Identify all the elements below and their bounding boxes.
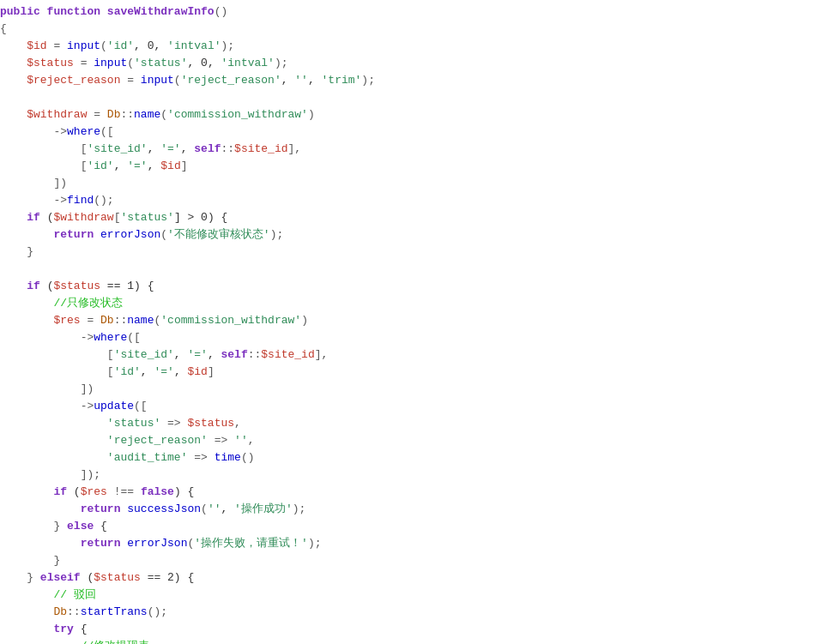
code-line: // 驳回 [0, 587, 828, 604]
code-line: return errorJson('不能修改审核状态'); [0, 226, 828, 244]
code-line: 'status' => $status, [0, 415, 828, 432]
code-line: $status = input('status', 0, 'intval'); [0, 55, 828, 72]
code-line: 'audit_time' => time() [0, 449, 828, 466]
code-line: if ($withdraw['status'] > 0) { [0, 209, 828, 226]
code-line: if ($res !== false) { [0, 484, 828, 501]
code-line: $id = input('id', 0, 'intval'); [0, 38, 828, 55]
code-line: try { [0, 621, 828, 638]
code-line: ]) [0, 381, 828, 398]
code-line [0, 89, 828, 106]
code-line [0, 261, 828, 278]
code-line: ['id', '=', $id] [0, 364, 828, 381]
code-line: $res = Db::name('commission_withdraw') [0, 312, 828, 329]
code-line: ->where([ [0, 329, 828, 346]
code-line: ['id', '=', $id] [0, 158, 828, 175]
code-line: return errorJson('操作失败，请重试！'); [0, 535, 828, 552]
code-line: //只修改状态 [0, 295, 828, 312]
code-line: { [0, 21, 828, 38]
code-line: Db::startTrans(); [0, 604, 828, 621]
code-line: } [0, 244, 828, 261]
code-line: 'reject_reason' => '', [0, 432, 828, 449]
code-line: ->where([ [0, 123, 828, 141]
code-line: ]) [0, 175, 828, 192]
code-line: $reject_reason = input('reject_reason', … [0, 72, 828, 89]
code-line: ->find(); [0, 192, 828, 209]
code-line: $withdraw = Db::name('commission_withdra… [0, 106, 828, 123]
code-line: return successJson('', '操作成功'); [0, 501, 828, 518]
code-line: ]); [0, 466, 828, 484]
code-line: //修改提现表 [0, 638, 828, 644]
code-line: ->update([ [0, 398, 828, 415]
code-line: public function saveWithdrawInfo() [0, 3, 828, 21]
code-line: } elseif ($status == 2) { [0, 569, 828, 587]
code-line: if ($status == 1) { [0, 278, 828, 295]
code-line: ['site_id', '=', self::$site_id], [0, 346, 828, 364]
code-container: public function saveWithdrawInfo(){ $id … [0, 0, 828, 644]
code-line: } else { [0, 518, 828, 535]
code-line: } [0, 552, 828, 569]
code-line: ['site_id', '=', self::$site_id], [0, 141, 828, 158]
